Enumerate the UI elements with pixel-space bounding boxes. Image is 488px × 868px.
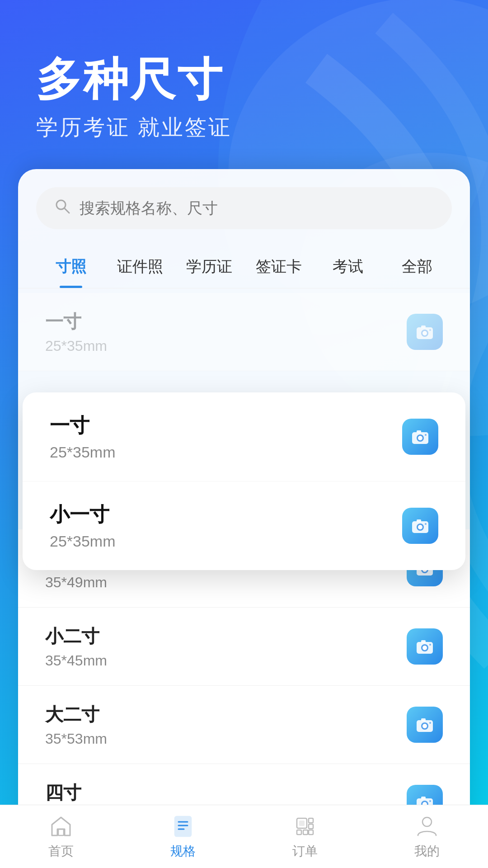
svg-point-37 xyxy=(418,525,422,529)
svg-rect-8 xyxy=(421,326,426,328)
nav-item-mine[interactable]: 我的 xyxy=(366,814,488,860)
floating-list-item[interactable]: 一寸 25*35mm xyxy=(23,392,465,481)
svg-rect-38 xyxy=(417,519,421,522)
svg-point-22 xyxy=(422,724,427,728)
svg-rect-41 xyxy=(175,816,191,836)
search-bar xyxy=(36,187,452,229)
header-title: 多种尺寸 xyxy=(36,54,452,104)
spec-icon xyxy=(170,814,196,839)
svg-point-34 xyxy=(425,434,427,436)
camera-button[interactable] xyxy=(407,707,443,743)
mine-icon xyxy=(414,814,440,839)
tab-portrait[interactable]: 寸照 xyxy=(36,247,105,288)
nav-label-mine: 我的 xyxy=(414,843,440,860)
camera-button[interactable] xyxy=(402,419,438,455)
header-section: 多种尺寸 学历考证 就业签证 xyxy=(0,0,488,169)
camera-button[interactable] xyxy=(402,508,438,544)
floating-list-item[interactable]: 小一寸 25*35mm xyxy=(23,481,465,570)
tab-degree[interactable]: 学历证 xyxy=(175,247,244,288)
svg-point-19 xyxy=(429,644,431,646)
floating-card: 一寸 25*35mm 小一寸 25*35mm xyxy=(23,392,465,570)
svg-point-17 xyxy=(422,646,427,650)
search-icon xyxy=(54,198,70,218)
main-card: 寸照 证件照 学历证 签证卡 考试 全部 一寸 25*35mm xyxy=(18,169,470,868)
tab-all[interactable]: 全部 xyxy=(383,247,452,288)
tab-id-photo[interactable]: 证件照 xyxy=(105,247,174,288)
home-icon xyxy=(48,814,74,839)
nav-label-spec: 规格 xyxy=(170,843,196,860)
svg-rect-28 xyxy=(421,797,426,799)
list-item[interactable]: 大二寸 35*53mm xyxy=(18,686,470,764)
svg-rect-49 xyxy=(309,824,313,829)
bottom-navigation: 首页 规格 订单 xyxy=(0,805,488,868)
camera-button[interactable] xyxy=(407,628,443,665)
svg-point-32 xyxy=(418,436,422,440)
nav-label-order: 订单 xyxy=(292,843,318,860)
svg-point-29 xyxy=(429,800,431,802)
nav-label-home: 首页 xyxy=(48,843,74,860)
svg-point-9 xyxy=(429,329,431,331)
order-icon xyxy=(292,814,318,839)
svg-rect-23 xyxy=(421,718,426,721)
svg-point-39 xyxy=(425,523,427,525)
list-item[interactable]: 一寸 25*35mm xyxy=(18,293,470,371)
nav-item-home[interactable]: 首页 xyxy=(0,814,122,860)
camera-button[interactable] xyxy=(407,314,443,350)
svg-rect-18 xyxy=(421,640,426,643)
svg-point-52 xyxy=(422,817,432,826)
svg-rect-46 xyxy=(297,830,301,835)
header-subtitle: 学历考证 就业签证 xyxy=(36,113,452,142)
nav-item-order[interactable]: 订单 xyxy=(244,814,366,860)
category-tabs: 寸照 证件照 学历证 签证卡 考试 全部 xyxy=(18,247,470,288)
tab-visa[interactable]: 签证卡 xyxy=(244,247,313,288)
svg-point-24 xyxy=(429,722,431,724)
svg-rect-48 xyxy=(309,818,313,823)
svg-line-4 xyxy=(65,208,69,213)
svg-rect-50 xyxy=(309,830,313,835)
list-item[interactable]: 小二寸 35*45mm xyxy=(18,608,470,686)
nav-item-spec[interactable]: 规格 xyxy=(122,814,244,860)
list-content: 一寸 25*35mm 二寸 xyxy=(18,293,470,868)
svg-rect-47 xyxy=(303,830,308,835)
svg-rect-40 xyxy=(58,829,64,835)
svg-rect-51 xyxy=(300,821,304,826)
tab-exam[interactable]: 考试 xyxy=(313,247,382,288)
search-input[interactable] xyxy=(80,199,434,217)
svg-point-7 xyxy=(422,331,427,335)
card-wrapper: 一寸 25*35mm 二寸 xyxy=(18,293,470,868)
svg-rect-33 xyxy=(417,430,421,433)
